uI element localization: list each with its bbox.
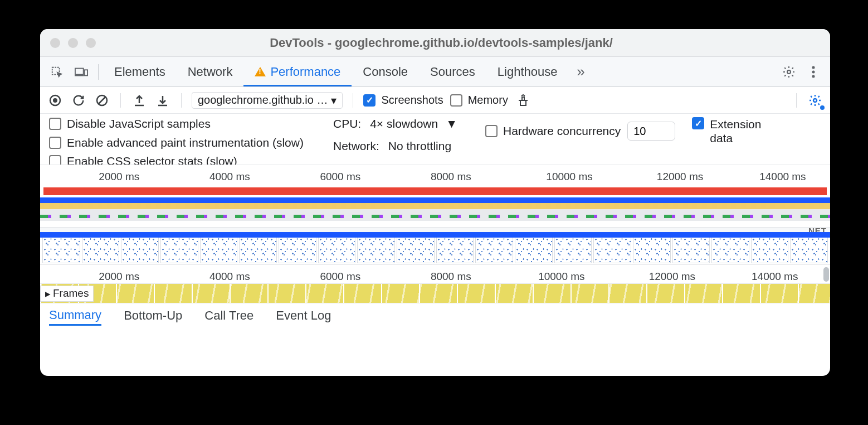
cpu-select[interactable]: 4× slowdown ▼: [370, 117, 457, 131]
hw-concurrency-toggle[interactable]: Hardware concurrency: [485, 124, 621, 138]
maximize-icon[interactable]: [86, 38, 96, 48]
scrollbar[interactable]: [823, 267, 829, 282]
network-lane[interactable]: NET: [40, 227, 830, 235]
target-select[interactable]: googlechrome.github.io … ▾: [192, 92, 343, 109]
svg-point-3: [787, 70, 791, 74]
advanced-paint-toggle[interactable]: Enable advanced paint instrumentation (s…: [49, 135, 316, 150]
svg-point-8: [53, 98, 57, 103]
cpu-label: CPU:: [333, 117, 361, 131]
checkbox-icon: [363, 94, 376, 107]
tab-console[interactable]: Console: [352, 57, 419, 86]
screenshot-thumb: [751, 236, 789, 263]
screenshot-thumb: [397, 236, 435, 263]
svg-line-10: [99, 97, 105, 104]
screenshot-thumb: [318, 236, 356, 263]
close-icon[interactable]: [50, 38, 60, 48]
disable-js-toggle[interactable]: Disable JavaScript samples: [49, 117, 316, 131]
activity-chart: [40, 200, 830, 221]
network-value: No throttling: [388, 139, 451, 153]
main-tabs: Elements Network Performance Console Sou…: [40, 57, 830, 87]
tab-elements[interactable]: Elements: [103, 57, 177, 86]
frames-lane[interactable]: ▸Frames: [40, 284, 830, 303]
screenshot-thumb: [436, 236, 474, 263]
details-tabs: Summary Bottom-Up Call Tree Event Log: [40, 303, 830, 330]
inspect-icon[interactable]: [48, 66, 66, 78]
screenshot-thumb: [357, 236, 395, 263]
network-label: Network:: [333, 139, 379, 153]
minimize-icon[interactable]: [68, 38, 78, 48]
tab-event-log[interactable]: Event Log: [276, 308, 331, 325]
svg-point-6: [812, 75, 815, 78]
screenshot-thumb: [672, 236, 710, 263]
tab-lighthouse[interactable]: Lighthouse: [486, 57, 569, 86]
memory-toggle[interactable]: Memory: [450, 94, 508, 107]
device-icon[interactable]: [72, 66, 90, 78]
screenshot-thumb: [475, 236, 513, 263]
reload-button[interactable]: [70, 92, 87, 109]
overview-ruler: 2000 ms 4000 ms 6000 ms 8000 ms 10000 ms…: [40, 165, 830, 187]
main-ruler[interactable]: 2000 ms 4000 ms 6000 ms 8000 ms 10000 ms…: [40, 265, 830, 284]
screenshot-thumb: [633, 236, 671, 263]
screenshot-thumb: [593, 236, 631, 263]
svg-point-4: [812, 66, 815, 69]
capture-settings: Disable JavaScript samples Enable advanc…: [40, 114, 830, 168]
titlebar: DevTools - googlechrome.github.io/devtoo…: [40, 29, 830, 57]
perf-toolbar: googlechrome.github.io … ▾ Screenshots M…: [40, 87, 830, 114]
checkbox-icon: [450, 94, 462, 107]
expand-icon[interactable]: ▸: [45, 287, 51, 300]
hw-concurrency-input[interactable]: [627, 122, 675, 141]
screenshot-thumb: [711, 236, 749, 263]
download-button[interactable]: [154, 92, 171, 109]
devtools-window: DevTools - googlechrome.github.io/devtoo…: [40, 29, 830, 376]
screenshot-thumb: [82, 236, 120, 263]
screenshot-thumb: [200, 236, 238, 263]
tab-summary[interactable]: Summary: [49, 308, 101, 326]
extension-data-toggle[interactable]: Extension data: [692, 117, 771, 145]
kebab-icon[interactable]: [804, 66, 822, 78]
overview-timeline[interactable]: 2000 ms 4000 ms 6000 ms 8000 ms 10000 ms…: [40, 165, 830, 227]
screenshots-toggle[interactable]: Screenshots: [363, 94, 443, 107]
screenshot-thumb: [121, 236, 159, 263]
capture-settings-icon[interactable]: [807, 92, 823, 109]
window-title: DevTools - googlechrome.github.io/devtoo…: [96, 36, 787, 50]
upload-button[interactable]: [131, 92, 148, 109]
screenshot-thumb: [279, 236, 316, 263]
screenshot-thumb: [160, 236, 198, 263]
svg-rect-1: [75, 68, 84, 74]
screenshot-thumb: [239, 236, 277, 263]
clear-button[interactable]: [94, 92, 110, 109]
screenshot-strip[interactable]: [40, 235, 830, 265]
svg-rect-2: [85, 70, 88, 75]
screenshot-thumb: [42, 236, 80, 263]
svg-point-5: [812, 70, 815, 73]
settings-icon[interactable]: [780, 65, 798, 79]
tab-call-tree[interactable]: Call Tree: [204, 308, 253, 325]
warning-icon: [255, 67, 266, 76]
screenshot-thumb: [554, 236, 592, 263]
more-tabs-icon[interactable]: »: [572, 63, 589, 80]
screenshot-thumb: [515, 236, 553, 263]
screenshot-thumb: [790, 236, 828, 263]
record-button[interactable]: [47, 92, 64, 109]
tab-performance[interactable]: Performance: [243, 57, 352, 86]
tab-sources[interactable]: Sources: [419, 57, 486, 86]
tab-network[interactable]: Network: [177, 57, 244, 86]
chevron-down-icon: ▾: [331, 94, 337, 107]
gc-button[interactable]: [515, 92, 531, 109]
svg-point-12: [813, 99, 817, 102]
long-task-bar: [43, 187, 827, 195]
traffic-lights: [50, 38, 96, 48]
tab-bottom-up[interactable]: Bottom-Up: [124, 308, 182, 325]
chevron-down-icon: ▼: [446, 117, 457, 131]
svg-rect-11: [520, 100, 526, 105]
